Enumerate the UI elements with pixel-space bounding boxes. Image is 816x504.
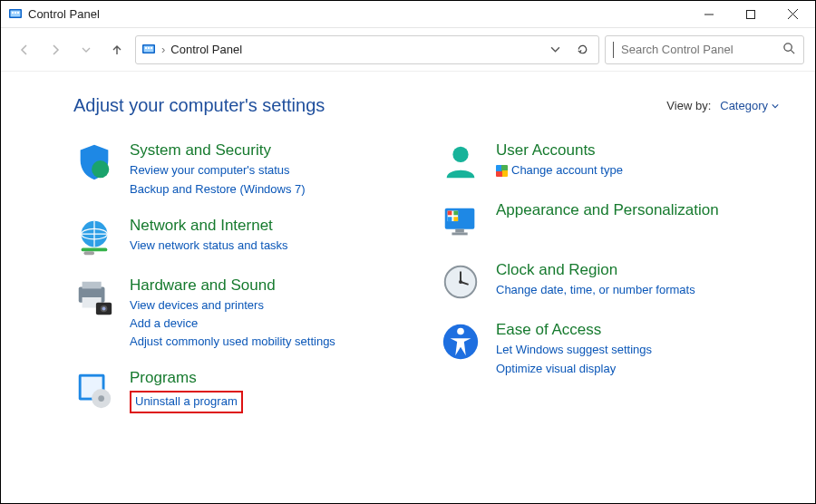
category-link[interactable]: Adjust commonly used mobility settings xyxy=(130,333,335,351)
category-link[interactable]: Let Windows suggest settings xyxy=(496,341,652,359)
view-by-control[interactable]: View by: Category xyxy=(666,99,779,112)
categories-left-column: System and Security Review your computer… xyxy=(73,141,413,431)
svg-rect-37 xyxy=(453,217,458,221)
svg-rect-35 xyxy=(453,211,458,216)
accessibility-icon xyxy=(440,321,481,363)
globe-icon xyxy=(73,217,115,258)
maximize-button[interactable] xyxy=(730,1,772,28)
category-title[interactable]: Hardware and Sound xyxy=(130,276,335,295)
close-button[interactable] xyxy=(772,1,813,28)
printer-camera-icon xyxy=(73,276,115,318)
category-network: Network and Internet View network status… xyxy=(73,217,413,258)
chevron-down-icon xyxy=(772,102,779,110)
breadcrumb-root[interactable]: Control Panel xyxy=(170,43,242,56)
category-link[interactable]: Optimize visual display xyxy=(496,360,652,378)
svg-rect-36 xyxy=(448,217,452,221)
svg-rect-13 xyxy=(151,47,152,49)
category-programs: Programs Uninstall a program xyxy=(73,369,413,413)
category-hardware: Hardware and Sound View devices and prin… xyxy=(73,276,413,352)
category-title[interactable]: Appearance and Personalization xyxy=(496,201,719,219)
category-title[interactable]: Programs xyxy=(130,369,243,387)
category-link[interactable]: Backup and Restore (Windows 7) xyxy=(130,180,306,199)
category-title[interactable]: Clock and Region xyxy=(496,261,695,279)
recent-locations-button[interactable] xyxy=(73,37,99,63)
svg-point-45 xyxy=(457,328,464,335)
back-button[interactable] xyxy=(12,37,37,63)
monitor-icon xyxy=(440,201,481,243)
category-link[interactable]: View network status and tasks xyxy=(130,237,288,255)
window-controls xyxy=(688,1,813,28)
highlighted-link: Uninstall a program xyxy=(130,391,243,413)
svg-point-31 xyxy=(452,147,468,162)
category-title[interactable]: Network and Internet xyxy=(130,217,288,235)
category-link[interactable]: Uninstall a program xyxy=(135,393,238,411)
control-panel-icon xyxy=(141,43,156,57)
svg-rect-11 xyxy=(145,47,147,49)
svg-rect-19 xyxy=(82,247,108,251)
up-button[interactable] xyxy=(104,37,130,63)
category-title[interactable]: System and Security xyxy=(130,141,306,160)
page-heading: Adjust your computer's settings xyxy=(73,95,325,116)
svg-rect-22 xyxy=(83,281,102,288)
svg-rect-6 xyxy=(747,10,755,18)
refresh-button[interactable] xyxy=(571,39,593,61)
svg-rect-4 xyxy=(17,12,19,14)
minimize-button[interactable] xyxy=(688,1,730,28)
category-title[interactable]: Ease of Access xyxy=(496,321,652,339)
address-dropdown-button[interactable] xyxy=(544,39,566,61)
content-area: Adjust your computer's settings View by:… xyxy=(1,72,815,441)
category-link[interactable]: View devices and printers xyxy=(130,296,335,315)
address-bar[interactable]: › Control Panel xyxy=(135,35,599,64)
svg-rect-38 xyxy=(455,229,464,233)
category-link[interactable]: Add a device xyxy=(130,315,335,333)
breadcrumb-separator-icon: › xyxy=(161,43,165,56)
text-cursor xyxy=(613,42,614,58)
programs-icon xyxy=(73,369,115,411)
svg-rect-12 xyxy=(148,47,150,49)
svg-point-30 xyxy=(98,396,104,402)
category-title[interactable]: User Accounts xyxy=(496,141,623,160)
search-box[interactable] xyxy=(605,35,804,64)
svg-point-26 xyxy=(102,306,106,310)
category-clock-region: Clock and Region Change date, time, or n… xyxy=(440,261,779,303)
search-input[interactable] xyxy=(619,42,777,57)
svg-rect-3 xyxy=(15,12,16,14)
control-panel-icon xyxy=(8,7,23,22)
categories-right-column: User Accounts Change account type Appear… xyxy=(440,141,779,431)
category-system-security: System and Security Review your computer… xyxy=(73,141,413,199)
user-icon xyxy=(440,141,481,183)
search-icon[interactable] xyxy=(782,42,796,58)
category-user-accounts: User Accounts Change account type xyxy=(440,141,779,183)
shield-icon xyxy=(73,141,115,183)
clock-icon xyxy=(440,261,481,303)
category-ease-of-access: Ease of Access Let Windows suggest setti… xyxy=(440,321,779,378)
category-appearance: Appearance and Personalization xyxy=(440,201,779,243)
view-by-value: Category xyxy=(720,99,768,112)
svg-rect-39 xyxy=(452,233,467,236)
titlebar: Control Panel xyxy=(1,1,815,28)
navigation-toolbar: › Control Panel xyxy=(1,28,815,72)
window-title: Control Panel xyxy=(28,7,100,21)
forward-button[interactable] xyxy=(43,37,68,63)
category-link[interactable]: Change account type xyxy=(496,161,623,179)
svg-point-16 xyxy=(92,160,109,178)
svg-rect-20 xyxy=(84,251,95,255)
svg-rect-2 xyxy=(12,12,14,14)
svg-point-14 xyxy=(784,43,792,50)
view-by-label: View by: xyxy=(666,99,711,112)
category-link[interactable]: Change date, time, or number formats xyxy=(496,281,695,299)
svg-line-15 xyxy=(791,50,794,53)
category-link[interactable]: Review your computer's status xyxy=(130,161,306,179)
svg-rect-34 xyxy=(448,211,452,216)
